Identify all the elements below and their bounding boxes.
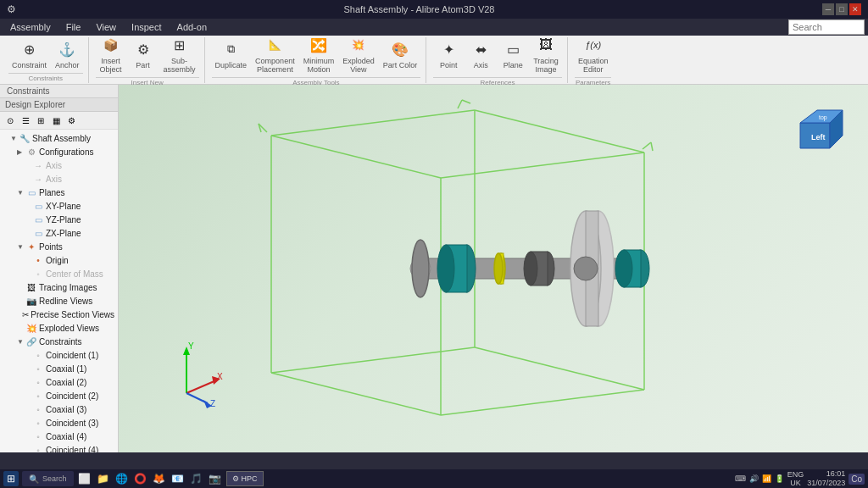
tray-icon-1[interactable]: ⌨: [735, 474, 746, 483]
sidebar-tool-1[interactable]: ⊙: [3, 114, 17, 127]
tree-configurations[interactable]: ▶⚙Configurations: [3, 145, 114, 158]
menu-view[interactable]: View: [89, 20, 123, 34]
tree-center-of-mass[interactable]: ▶◦Center of Mass: [3, 267, 114, 280]
constraint-button[interactable]: ⊕ Constraint: [8, 37, 50, 71]
insert-object-button[interactable]: 📦 InsertObject: [96, 33, 126, 75]
svg-line-41: [186, 380, 216, 393]
tree-yz-plane[interactable]: ▶▭YZ-Plane: [3, 213, 114, 226]
notification-icon[interactable]: Co: [849, 474, 865, 485]
taskbar-media[interactable]: 🎵: [189, 471, 204, 486]
tree-coaxial-3[interactable]: ▶◦Coaxial (3): [3, 402, 114, 416]
tree-axis-2[interactable]: ▶→Axis: [3, 172, 114, 186]
tree-xy-plane[interactable]: ▶▭XY-Plane: [3, 199, 114, 213]
subassembly-icon: ⊞: [170, 35, 190, 55]
tree-redline-views[interactable]: ▶📷Redline Views: [3, 294, 114, 308]
toolbar-group-insert: 📦 InsertObject ⚙ Part ⊞ Sub-assembly Ins…: [91, 37, 205, 83]
plane-button[interactable]: ▭ Plane: [498, 33, 528, 75]
window-title: Shaft Assembly - Alibre Atom3D V28: [16, 4, 822, 14]
tree-coincident-1[interactable]: ▶◦Coincident (1): [3, 348, 114, 362]
svg-point-27: [437, 245, 454, 292]
tree-coaxial-2[interactable]: ▶◦Coaxial (2): [3, 375, 114, 389]
maximize-button[interactable]: □: [836, 3, 848, 15]
tray-icon-battery[interactable]: 🔋: [775, 474, 784, 483]
tree-coincident-2[interactable]: ▶◦Coincident (2): [3, 389, 114, 402]
menu-assembly[interactable]: Assembly: [3, 20, 58, 34]
color-icon: 🎨: [390, 39, 410, 59]
tracing-icon: 🖼: [536, 35, 556, 55]
tree-shaft-assembly[interactable]: ▼🔧Shaft Assembly: [3, 131, 114, 145]
task-view-button[interactable]: ⬜: [77, 471, 92, 486]
toolbar-group-parameters: ƒ(x) EquationEditor Parameters: [570, 37, 617, 83]
tray-icon-2[interactable]: 🔊: [749, 474, 759, 483]
tree-coincident-4[interactable]: ▶◦Coincident (4): [3, 443, 114, 452]
statusbar: [0, 452, 868, 469]
constraints-label: Constraints: [7, 86, 50, 96]
tree-planes[interactable]: ▼▭Planes: [3, 186, 114, 199]
exploded-view-button[interactable]: 💥 ExplodedView: [339, 33, 378, 75]
sidebar-tool-4[interactable]: ▦: [49, 114, 63, 127]
svg-point-24: [574, 257, 598, 280]
anchor-button[interactable]: ⚓ Anchor: [52, 37, 83, 71]
menu-addon[interactable]: Add-on: [170, 20, 214, 34]
component-placement-button[interactable]: 📐 ComponentPlacement: [252, 33, 298, 75]
part-color-button[interactable]: 🎨 Part Color: [380, 33, 421, 75]
tree-exploded-views[interactable]: ▶💥Exploded Views: [3, 321, 114, 335]
taskbar-camera[interactable]: 📷: [208, 471, 223, 486]
tree-coincident-3[interactable]: ▶◦Coincident (3): [3, 416, 114, 430]
taskbar: ⊞ 🔍 Search ⬜ 📁 🌐 ⭕ 🦊 📧 🎵 📷 ⚙ HPC ⌨ 🔊 📶 🔋…: [0, 469, 868, 488]
svg-text:top: top: [819, 114, 827, 121]
tree-origin[interactable]: ▶•Origin: [3, 253, 114, 267]
tree-tracing-images[interactable]: ▶🖼Tracing Images: [3, 280, 114, 294]
clock-time: 16:01: [807, 469, 845, 479]
tracing-image-button[interactable]: 🖼 TracingImage: [530, 33, 562, 75]
tree-axis-1[interactable]: ▶→Axis: [3, 158, 114, 172]
menu-inspect[interactable]: Inspect: [125, 20, 168, 34]
point-button[interactable]: ✦ Point: [433, 33, 464, 75]
placement-icon: 📐: [264, 35, 285, 55]
taskbar-mail[interactable]: 📧: [170, 471, 186, 486]
axis-icon: ⬌: [470, 39, 491, 59]
menu-search-input[interactable]: [788, 19, 865, 35]
svg-text:Z: Z: [210, 399, 215, 408]
minimize-button[interactable]: ─: [822, 3, 834, 15]
equation-editor-button[interactable]: ƒ(x) EquationEditor: [575, 33, 612, 75]
taskbar-left: ⊞ 🔍 Search ⬜ 📁 🌐 ⭕ 🦊 📧 🎵 📷 ⚙ HPC: [3, 471, 264, 486]
taskbar-browser1[interactable]: 🌐: [114, 471, 130, 486]
tray-time[interactable]: 16:01 31/07/2023: [807, 469, 845, 488]
taskbar-browser2[interactable]: ⭕: [133, 471, 148, 486]
duplicate-button[interactable]: ⧉ Duplicate: [212, 33, 251, 75]
active-app-icon: ⚙: [232, 474, 239, 483]
viewport[interactable]: Y X Z Left top: [119, 85, 868, 452]
part-button[interactable]: ⚙ Part: [128, 33, 159, 75]
clock-date: 31/07/2023: [807, 479, 845, 488]
taskbar-right: ⌨ 🔊 📶 🔋 ENG UK 16:01 31/07/2023 Co: [735, 469, 865, 488]
tree-section-views[interactable]: ▶✂Precise Section Views: [3, 308, 114, 321]
insert-icon: 📦: [101, 35, 121, 55]
sidebar-tool-2[interactable]: ☰: [19, 114, 32, 127]
nav-cube-svg: Left top: [787, 97, 847, 157]
taskbar-firefox[interactable]: 🦊: [152, 471, 167, 486]
svg-text:Left: Left: [811, 133, 826, 141]
svg-point-37: [412, 240, 429, 297]
sidebar-settings[interactable]: ⚙: [64, 114, 78, 127]
start-button[interactable]: ⊞: [3, 471, 19, 486]
sidebar-tool-3[interactable]: ⊞: [34, 114, 47, 127]
close-button[interactable]: ✕: [849, 3, 861, 15]
tree-coaxial-4[interactable]: ▶◦Coaxial (4): [3, 430, 114, 443]
menu-file[interactable]: File: [59, 20, 88, 34]
language-indicator[interactable]: ENG UK: [787, 470, 804, 487]
svg-point-36: [524, 252, 537, 286]
axis-button[interactable]: ⬌ Axis: [465, 33, 496, 75]
taskbar-search[interactable]: 🔍 Search: [22, 471, 74, 486]
minimum-motion-button[interactable]: 🔀 MinimumMotion: [300, 33, 338, 75]
subassembly-button[interactable]: ⊞ Sub-assembly: [160, 33, 199, 75]
taskbar-active-app[interactable]: ⚙ HPC: [226, 471, 264, 486]
tree-coaxial-1[interactable]: ▶◦Coaxial (1): [3, 362, 114, 375]
svg-point-33: [494, 253, 503, 284]
tray-icon-wifi[interactable]: 📶: [762, 474, 771, 483]
nav-cube[interactable]: Left top: [787, 97, 847, 157]
tree-points[interactable]: ▼✦Points: [3, 240, 114, 253]
tree-constraints[interactable]: ▼🔗Constraints: [3, 335, 114, 348]
tree-zx-plane[interactable]: ▶▭ZX-Plane: [3, 226, 114, 240]
taskbar-file-manager[interactable]: 📁: [96, 471, 111, 486]
